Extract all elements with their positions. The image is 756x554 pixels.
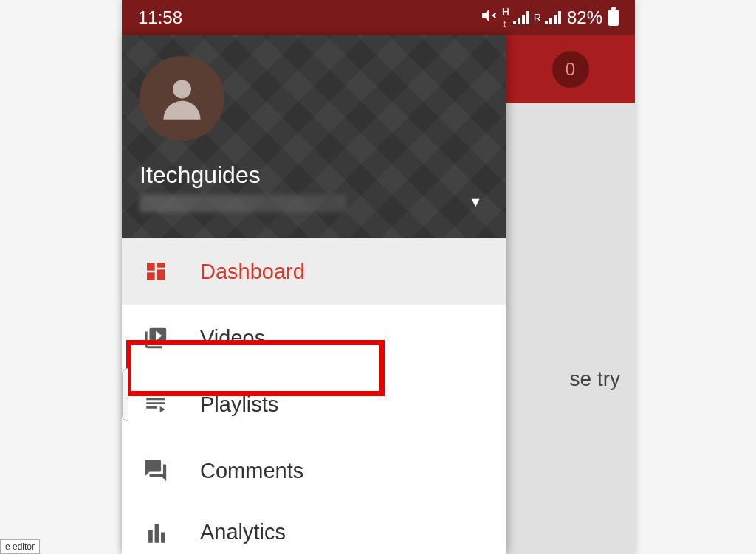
nav-label: Analytics	[200, 520, 286, 544]
nav-label: Comments	[200, 459, 303, 483]
nav-item-videos[interactable]: Videos	[122, 305, 506, 371]
network-h-icon: H↕	[502, 6, 509, 30]
scroll-hint-tab	[122, 368, 128, 421]
svg-rect-4	[147, 272, 155, 280]
nav-item-playlists[interactable]: Playlists	[122, 371, 506, 437]
nav-label: Playlists	[200, 392, 278, 417]
nav-item-dashboard[interactable]: Dashboard	[122, 238, 506, 305]
phone-frame: 11:58 H↕ R 82%	[122, 0, 635, 554]
vibrate-mute-icon	[480, 7, 498, 29]
drawer-username: Itechguides	[140, 162, 488, 189]
nav-label: Dashboard	[200, 260, 305, 284]
battery-percentage: 82%	[567, 7, 602, 28]
signal-bars-icon	[513, 11, 529, 24]
dashboard-icon	[142, 258, 169, 285]
signal-bars-icon-2	[545, 11, 561, 24]
status-right: H↕ R 82%	[480, 6, 619, 30]
svg-rect-3	[157, 269, 165, 280]
drawer-email-blurred	[140, 195, 346, 212]
svg-rect-1	[147, 263, 155, 271]
drawer-header[interactable]: Itechguides ▼	[122, 35, 506, 238]
comments-icon	[142, 457, 169, 484]
network-r-icon: R	[534, 12, 540, 24]
editor-corner-tag: e editor	[0, 539, 40, 554]
app-header-bar: 0	[506, 35, 635, 103]
status-icons-cluster: H↕ R	[480, 6, 561, 30]
playlists-icon	[142, 391, 169, 418]
svg-rect-2	[157, 263, 165, 268]
badge-count: 0	[566, 59, 575, 80]
status-bar: 11:58 H↕ R 82%	[122, 0, 635, 35]
background-partial-text: se try	[570, 367, 620, 391]
navigation-drawer: Itechguides ▼ Dashboard Videos	[122, 35, 506, 554]
videos-icon	[142, 325, 169, 351]
status-time: 11:58	[138, 7, 182, 28]
notification-badge[interactable]: 0	[552, 51, 589, 88]
avatar	[140, 56, 224, 141]
nav-label: Videos	[200, 326, 265, 350]
content-area: 0 se try Itechguides ▼ Dashboard	[122, 35, 635, 554]
battery-icon	[608, 10, 619, 26]
nav-item-comments[interactable]: Comments	[122, 437, 506, 504]
chevron-down-icon[interactable]: ▼	[469, 195, 482, 210]
analytics-icon	[142, 520, 169, 547]
svg-point-0	[173, 80, 191, 99]
nav-item-analytics[interactable]: Analytics	[122, 504, 506, 548]
background-panel: 0 se try	[506, 35, 635, 554]
